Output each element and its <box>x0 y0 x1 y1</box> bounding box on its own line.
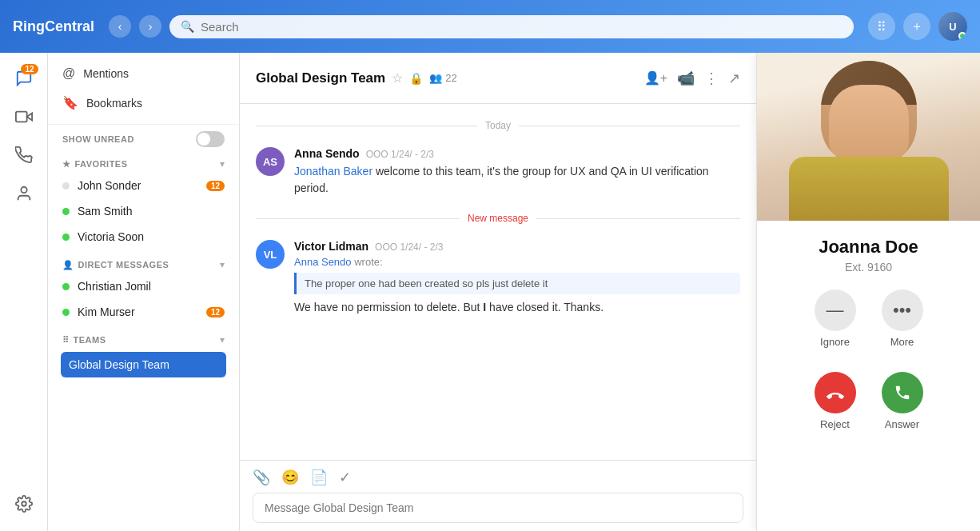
person-icon: 👤 <box>62 260 74 270</box>
user-avatar[interactable]: U <box>938 12 967 41</box>
search-icon: 🔍 <box>181 20 194 33</box>
sidebar-video-button[interactable] <box>6 99 42 134</box>
dm-section-title: 👤 DIRECT MESSAGES <box>62 260 169 270</box>
chat-input-tools: 📎 😊 📄 ✓ <box>253 469 743 486</box>
sidebar-icons: 12 <box>0 53 48 531</box>
bookmarks-menu-item[interactable]: 🔖 Bookmarks <box>48 88 239 118</box>
unread-badge: 12 <box>206 307 225 317</box>
new-message-divider: New message <box>256 213 740 224</box>
status-dot <box>62 208 70 215</box>
bookmarks-label: Bookmarks <box>86 97 142 110</box>
contact-name: Kim Murser <box>78 305 135 318</box>
victor-sender-name: Victor Lidman <box>294 240 368 253</box>
victor-quote-block: The proper one had been created so pls j… <box>294 273 740 294</box>
mentions-icon: @ <box>62 66 75 81</box>
attach-icon[interactable]: 📎 <box>253 469 270 486</box>
teams-collapse-icon[interactable]: ▾ <box>220 334 225 345</box>
teams-icon: ⠿ <box>62 335 70 345</box>
contact-name: Sam Smith <box>78 205 132 218</box>
favorites-section-header: ★ FAVORITES ▾ <box>48 154 239 173</box>
sidebar-messages-button[interactable]: 12 <box>6 61 42 96</box>
contact-name: John Sonder <box>78 179 141 192</box>
chat-area: Global Design Team ☆ 🔒 👥 22 👤+ 📹 ⋮ ↗ Tod… <box>240 53 756 531</box>
ignore-action: — Ignore <box>815 289 856 348</box>
sidebar-settings-button[interactable] <box>6 486 42 521</box>
topbar-actions: ⠿ ＋ U <box>868 12 967 41</box>
caller-name: Joanna Doe <box>819 237 918 258</box>
teams-section-header: ⠿ TEAMS ▾ <box>48 329 239 349</box>
divider-today-label: Today <box>485 120 511 131</box>
chat-messages: Today AS Anna Sendo OOO 1/24/ - 2/3 Jona… <box>240 104 756 460</box>
reject-action: Reject <box>815 372 856 430</box>
contact-john-sonder[interactable]: John Sonder 12 <box>48 173 239 198</box>
unread-badge: 12 <box>206 181 225 191</box>
ignore-button[interactable]: — <box>815 289 856 331</box>
chat-header-actions: 👤+ 📹 ⋮ ↗ <box>644 70 740 87</box>
anna-sender-name: Anna Sendo <box>294 147 360 160</box>
answer-button[interactable] <box>882 372 923 413</box>
anna-message-text: Jonathan Baker welcome to this team, it'… <box>294 163 740 197</box>
left-panel: @ Mentions 🔖 Bookmarks SHOW UNREAD ★ FAV… <box>48 53 240 531</box>
contact-name: Christian Jomil <box>78 280 151 293</box>
nav-back-button[interactable]: ‹ <box>109 15 131 38</box>
victor-avatar: VL <box>256 240 285 269</box>
show-unread-label: SHOW UNREAD <box>62 134 134 144</box>
messages-badge: 12 <box>21 64 38 74</box>
svg-rect-1 <box>15 112 26 122</box>
contact-christian-jomil[interactable]: Christian Jomil <box>48 273 239 299</box>
tasks-icon[interactable]: ✓ <box>339 469 351 486</box>
caller-info: Joanna Doe Ext. 9160 <box>819 221 918 281</box>
victor-message-content: Victor Lidman OOO 1/24/ - 2/3 Anna Sendo… <box>294 240 740 316</box>
chat-message-input[interactable] <box>253 493 743 523</box>
victor-message-text: We have no permission to delete. But I h… <box>294 299 740 316</box>
team-name: Global Design Team <box>69 358 169 371</box>
contact-kim-murser[interactable]: Kim Murser 12 <box>48 299 239 325</box>
incoming-call-panel: Joanna Doe Ext. 9160 — Ignore ••• More R… <box>756 53 980 531</box>
divider-line-right <box>519 126 740 126</box>
anna-avatar: AS <box>256 147 285 176</box>
jonathan-mention-link[interactable]: Jonathan Baker <box>294 165 372 178</box>
sidebar-phone-button[interactable] <box>6 138 42 173</box>
dm-collapse-icon[interactable]: ▾ <box>220 259 225 270</box>
document-icon[interactable]: 📄 <box>310 469 328 486</box>
add-member-icon[interactable]: 👤+ <box>644 70 667 86</box>
video-call-icon[interactable]: 📹 <box>677 70 695 87</box>
toggle-knob <box>197 133 210 146</box>
team-global-design[interactable]: Global Design Team <box>61 352 226 377</box>
star-icon[interactable]: ☆ <box>392 70 403 86</box>
favorites-collapse-icon[interactable]: ▾ <box>220 158 225 170</box>
more-options-icon[interactable]: ⋮ <box>704 70 719 87</box>
today-divider: Today <box>256 120 740 131</box>
svg-point-2 <box>21 187 26 193</box>
anna-wrote-link[interactable]: Anna Sendo <box>294 256 352 268</box>
sidebar-contacts-button[interactable] <box>6 176 42 211</box>
divider-line-left <box>256 126 477 126</box>
more-label: More <box>890 336 914 348</box>
emoji-icon[interactable]: 😊 <box>281 469 299 486</box>
contact-victoria-soon[interactable]: Victoria Soon <box>48 224 239 250</box>
show-unread-toggle[interactable] <box>196 131 225 147</box>
reject-button[interactable] <box>815 372 856 413</box>
victor-message-header: Victor Lidman OOO 1/24/ - 2/3 <box>294 240 740 253</box>
ignore-label: Ignore <box>820 336 850 348</box>
mentions-label: Mentions <box>83 67 129 80</box>
online-status-dot <box>958 32 966 40</box>
show-unread-row: SHOW UNREAD <box>48 125 239 154</box>
members-icon: 👥 <box>429 72 442 84</box>
divider-line-right2 <box>536 218 740 219</box>
expand-icon[interactable]: ↗ <box>728 70 740 87</box>
search-bar: 🔍 <box>169 15 854 38</box>
contact-sam-smith[interactable]: Sam Smith <box>48 198 239 224</box>
teams-list: Global Design Team <box>48 349 239 381</box>
call-answer-row: Reject Answer <box>815 372 923 430</box>
add-button[interactable]: ＋ <box>903 13 930 40</box>
grid-apps-button[interactable]: ⠿ <box>868 13 895 40</box>
answer-label: Answer <box>885 418 919 430</box>
call-actions-row: — Ignore ••• More <box>815 289 923 348</box>
nav-forward-button[interactable]: › <box>139 15 161 38</box>
favorites-section-title: ★ FAVORITES <box>62 159 128 170</box>
mentions-menu-item[interactable]: @ Mentions <box>48 59 239 88</box>
search-input[interactable] <box>201 20 843 34</box>
more-button[interactable]: ••• <box>882 289 923 331</box>
chat-input-bar: 📎 😊 📄 ✓ <box>240 460 756 531</box>
